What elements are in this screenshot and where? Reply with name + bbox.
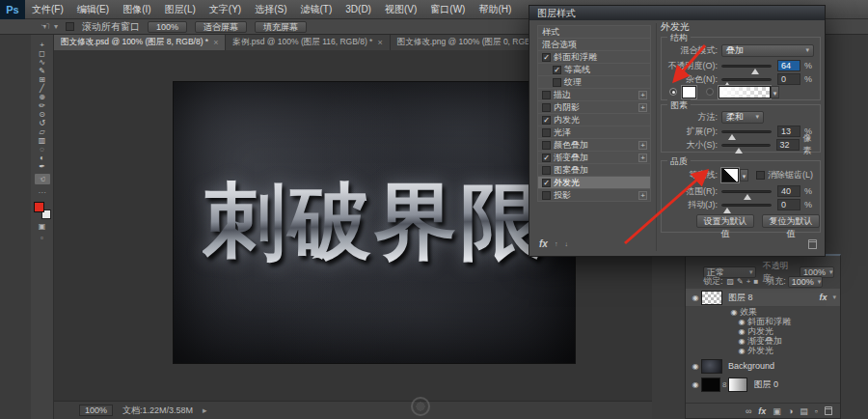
link-layers-icon[interactable]: ∞ [746,404,751,419]
checkbox-unchecked[interactable] [542,166,551,175]
move-effect-down-icon[interactable]: ↓ [564,240,568,247]
checkbox-checked[interactable]: ✓ [553,66,561,74]
checkbox-checked[interactable]: ✓ [542,53,551,62]
gradient-picker-arrow-icon[interactable]: ▾ [771,86,779,98]
visibility-eye-icon[interactable]: ◉ [736,318,747,326]
add-effect-icon[interactable]: + [638,91,647,99]
layer-row-layer0[interactable]: ◉ 8 图层 0 [686,376,840,393]
zoom-100-button[interactable]: 100% [148,21,187,33]
layer-thumbnail[interactable] [701,359,722,374]
tab-document-2[interactable]: 案例.psd @ 100% (图层 116, RGB/8) * × [226,35,390,50]
checkbox-checked[interactable]: ✓ [542,154,551,162]
visibility-eye-icon[interactable]: ◉ [728,308,740,317]
fx-badge-icon[interactable]: fx [819,293,827,302]
menu-3d[interactable]: 3D(D) [339,0,378,19]
pen-tool[interactable]: ✒ [35,163,50,171]
list-item-bevel-emboss[interactable]: ✓ 斜面和浮雕 [537,51,651,64]
checkbox-unchecked[interactable] [542,141,551,150]
glow-gradient-swatch[interactable] [719,86,771,98]
foreground-color-swatch[interactable] [34,202,44,212]
lock-transparent-icon[interactable]: ▨ [727,277,735,286]
layer-name[interactable]: 图层 8 [728,292,753,304]
new-layer-icon[interactable]: ▫ [815,404,818,419]
list-item-styles[interactable]: 样式 [537,26,651,39]
menu-help[interactable]: 帮助(H) [472,0,518,19]
tab-document-1[interactable]: 图文修改.psd @ 100% (图层 8, RGB/8) * × [54,35,226,50]
reset-default-button[interactable]: 复位为默认值 [762,214,820,228]
effect-row-outer-glow[interactable]: ◉ 外发光 [686,346,840,355]
list-item-blending-options[interactable]: 混合选项 [537,39,651,51]
spread-value-field[interactable]: 13 [777,126,800,137]
lasso-tool[interactable]: ∿ [35,59,50,67]
fit-screen-button[interactable]: 适合屏幕 [195,21,247,33]
list-item-texture[interactable]: 纹理 [537,76,651,89]
list-item-gradient-overlay[interactable]: ✓ 渐变叠加 + [537,152,651,164]
menu-view[interactable]: 视图(V) [378,0,423,19]
layer-mask-thumbnail[interactable] [728,377,747,392]
new-group-icon[interactable]: ▤ [800,404,808,419]
move-tool[interactable]: + [35,42,50,49]
noise-value-field[interactable]: 0 [777,73,800,85]
list-item-pattern-overlay[interactable]: 图案叠加 [537,164,651,177]
checkbox-unchecked[interactable] [542,103,551,112]
canvas-image[interactable]: 刺破界限 [174,82,575,363]
dodge-tool[interactable]: ◐ [35,154,50,162]
checkbox-checked[interactable]: ✓ [542,179,551,187]
scroll-all-windows-checkbox[interactable] [66,22,74,31]
history-brush-tool[interactable]: ↺ [35,120,50,127]
menu-layer[interactable]: 图层(L) [158,0,203,19]
range-value-field[interactable]: 40 [777,185,800,197]
checkbox-unchecked[interactable] [542,128,551,137]
lock-pixels-icon[interactable]: ✎ [737,277,744,286]
move-effect-up-icon[interactable]: ↑ [555,240,558,247]
list-item-satin[interactable]: 光泽 [537,126,651,139]
layer-thumbnail[interactable] [701,291,722,305]
eraser-tool[interactable]: ▱ [35,128,50,136]
technique-dropdown[interactable]: 柔和 ▾ [721,111,764,124]
visibility-eye-icon[interactable]: ◉ [736,337,747,346]
glow-gradient-radio[interactable] [706,88,714,96]
spread-slider[interactable] [721,130,772,133]
blur-tool[interactable]: ◌ [35,146,50,154]
menu-type[interactable]: 文字(Y) [203,0,248,19]
crop-tool[interactable]: ⊞ [35,76,50,84]
tool-preset-arrow-icon[interactable]: ▾ [54,22,58,31]
fill-dropdown[interactable]: 100% ▾ [788,276,823,288]
marquee-tool[interactable]: ◻ [35,50,50,58]
menu-image[interactable]: 图像(I) [116,0,157,19]
status-chevron-icon[interactable]: ▸ [203,405,207,415]
list-item-color-overlay[interactable]: 颜色叠加 + [537,139,651,152]
checkbox-unchecked[interactable] [542,91,551,99]
size-value-field[interactable]: 32 [776,139,800,151]
close-icon[interactable]: × [213,38,218,47]
visibility-eye-icon[interactable]: ◉ [736,347,747,355]
dialog-title[interactable]: 图层样式 [529,6,825,20]
brush-tool[interactable]: ✏ [35,102,50,110]
menu-edit[interactable]: 编辑(E) [70,0,116,19]
layer-row-layer8[interactable]: ◉ 图层 8 fx ▾ [686,289,840,306]
glow-color-swatch[interactable] [682,86,696,98]
add-effect-icon[interactable]: + [638,103,647,112]
collapse-effects-icon[interactable]: ▾ [832,293,836,301]
noise-slider[interactable] [721,78,772,81]
menu-filter[interactable]: 滤镜(T) [294,0,339,19]
visibility-eye-icon[interactable]: ◉ [690,362,701,371]
add-layer-style-icon[interactable]: fx [758,404,766,419]
contour-thumbnail[interactable] [721,168,739,182]
list-item-inner-glow[interactable]: ✓ 内发光 [537,114,651,126]
checkbox-unchecked[interactable] [542,191,551,200]
fx-icon[interactable]: fx [539,238,548,249]
list-item-stroke[interactable]: 描边 + [537,89,651,101]
mask-link-icon[interactable]: 8 [722,380,726,389]
list-item-outer-glow[interactable]: ✓ 外发光 [537,177,651,189]
list-item-contour[interactable]: ✓ 等高线 [537,64,651,76]
screen-mode-icon[interactable]: ▫ [36,234,49,242]
list-item-drop-shadow[interactable]: 投影 + [537,189,651,202]
hand-tool-selected[interactable]: ☜ [35,174,50,184]
quick-select-tool[interactable]: ✎ [35,68,50,75]
add-mask-icon[interactable]: ▣ [773,404,781,419]
quick-mask-icon[interactable]: ▣ [36,222,49,231]
delete-layer-icon[interactable] [825,406,832,415]
adjustment-layer-icon[interactable]: ◑ [788,404,793,419]
gradient-tool[interactable]: ▥ [35,137,50,145]
